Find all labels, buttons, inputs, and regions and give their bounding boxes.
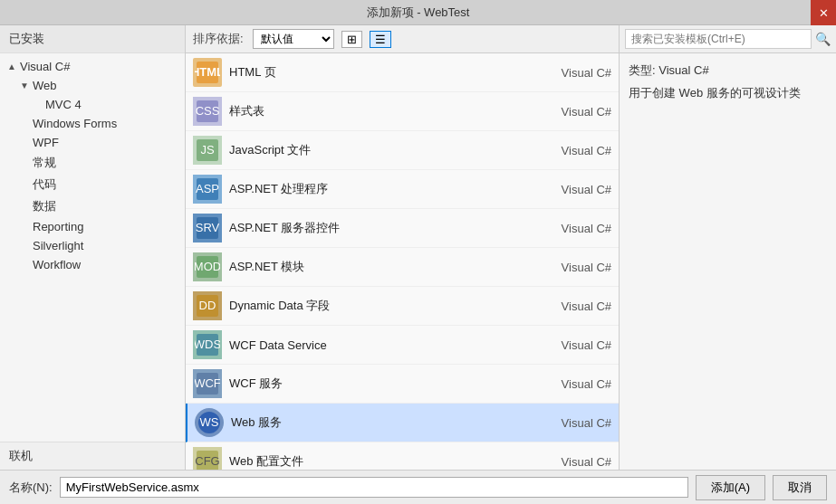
search-button[interactable]: 🔍 (815, 32, 831, 46)
item-category-dyndata: Visual C# (530, 300, 611, 313)
sort-label: 排序依据: (193, 31, 244, 47)
item-name-aspmodule: ASP.NET 模块 (229, 259, 530, 275)
tree-item-silverlight[interactable]: Silverlight (0, 236, 185, 255)
item-icon-html: HTML (193, 58, 222, 87)
close-icon: ✕ (819, 6, 829, 20)
list-item-wcf[interactable]: WCFWCF 服务Visual C# (186, 365, 619, 404)
left-panel: 已安装 ▲Visual C#▼WebMVC 4Windows FormsWPF常… (0, 25, 186, 470)
item-icon-wcfsvc: WDS (193, 330, 222, 359)
list-item-wcfsvc[interactable]: WDSWCF Data ServiceVisual C# (186, 326, 619, 365)
close-button[interactable]: ✕ (811, 0, 836, 25)
svg-text:JS: JS (200, 143, 215, 157)
item-icon-aspserver: SRV (193, 214, 222, 242)
bottom-bar: 名称(N): 添加(A) 取消 (0, 470, 836, 504)
tree-item-winforms[interactable]: Windows Forms (0, 114, 185, 133)
item-icon-wcf: WCF (193, 369, 222, 398)
svg-text:SRV: SRV (196, 221, 220, 234)
item-name-css: 样式表 (229, 103, 530, 119)
tree-label-reporting: Reporting (33, 220, 83, 233)
info-type: 类型: Visual C# (629, 62, 827, 79)
tree-label-code: 代码 (33, 176, 56, 193)
info-desc: 用于创建 Web 服务的可视设计类 (629, 84, 827, 102)
list-item-dyndata[interactable]: DDDynamic Data 字段Visual C# (186, 287, 619, 326)
item-icon-websvc: WS (195, 408, 224, 437)
tree-label-normal: 常规 (33, 155, 56, 171)
tree-label-workflow: Workflow (33, 258, 81, 271)
tree-item-workflow[interactable]: Workflow (0, 255, 185, 274)
search-bar: 🔍 (620, 25, 836, 53)
tree-label-mvc4: MVC 4 (45, 98, 82, 111)
tree-item-code[interactable]: 代码 (0, 174, 185, 195)
title-bar: 添加新项 - WebTest ✕ (0, 0, 836, 25)
svg-text:CFG: CFG (195, 454, 219, 468)
list-item-html[interactable]: HTMLHTML 页Visual C# (186, 53, 619, 92)
item-name-aspserver: ASP.NET 服务器控件 (229, 220, 530, 236)
list-view-button[interactable]: ☰ (370, 31, 391, 48)
item-category-wcf: Visual C# (530, 377, 611, 391)
search-input[interactable] (625, 29, 812, 49)
item-icon-aspmodule: MOD (193, 252, 222, 281)
add-button[interactable]: 添加(A) (696, 475, 765, 500)
tree-label-wpf: WPF (33, 136, 59, 149)
item-name-wcf: WCF 服务 (229, 376, 530, 392)
item-category-html: Visual C# (530, 66, 611, 80)
svg-text:WDS: WDS (195, 338, 220, 351)
tree-label-visual-csharp: Visual C# (20, 60, 70, 73)
tree-item-normal[interactable]: 常规 (0, 152, 185, 174)
item-category-asphandler: Visual C# (530, 183, 611, 196)
item-name-asphandler: ASP.NET 处理程序 (229, 181, 530, 197)
tree-item-wpf[interactable]: WPF (0, 133, 185, 152)
svg-text:WCF: WCF (195, 376, 220, 390)
list-item-js[interactable]: JSJavaScript 文件Visual C# (186, 131, 619, 170)
item-category-webcfg: Visual C# (530, 455, 611, 469)
item-icon-dyndata: DD (193, 291, 222, 320)
name-input[interactable] (60, 477, 688, 498)
tree-item-web[interactable]: ▼Web (0, 76, 185, 95)
cancel-button[interactable]: 取消 (773, 475, 827, 500)
list-item-asphandler[interactable]: ASPASP.NET 处理程序Visual C# (186, 170, 619, 209)
right-panel: 🔍 类型: Visual C# 用于创建 Web 服务的可视设计类 (619, 25, 836, 470)
tree-label-silverlight: Silverlight (33, 239, 83, 252)
tree-item-data[interactable]: 数据 (0, 195, 185, 217)
list-item-aspserver[interactable]: SRVASP.NET 服务器控件Visual C# (186, 209, 619, 248)
svg-text:CSS: CSS (196, 104, 220, 118)
main-content: 已安装 ▲Visual C#▼WebMVC 4Windows FormsWPF常… (0, 25, 836, 470)
svg-text:HTML: HTML (195, 65, 220, 79)
item-icon-webcfg: CFG (193, 447, 222, 470)
item-name-webcfg: Web 配置文件 (229, 453, 530, 470)
item-name-dyndata: Dynamic Data 字段 (229, 298, 530, 314)
items-list: HTMLHTML 页Visual C#CSS样式表Visual C#JSJava… (186, 53, 619, 470)
item-category-js: Visual C# (530, 144, 611, 157)
list-item-websvc[interactable]: WSWeb 服务Visual C# (186, 404, 619, 442)
tree-label-winforms: Windows Forms (33, 117, 117, 130)
item-category-wcfsvc: Visual C# (530, 338, 611, 352)
item-icon-js: JS (193, 136, 222, 165)
installed-header: 已安装 (0, 25, 185, 53)
svg-text:ASP: ASP (196, 182, 219, 195)
tree-area: ▲Visual C#▼WebMVC 4Windows FormsWPF常规代码数… (0, 53, 185, 442)
list-item-aspmodule[interactable]: MODASP.NET 模块Visual C# (186, 248, 619, 287)
item-category-css: Visual C# (530, 105, 611, 119)
tree-item-visual-csharp[interactable]: ▲Visual C# (0, 57, 185, 76)
middle-panel: 排序依据: 默认值名称类型 ⊞ ☰ HTMLHTML 页Visual C#CSS… (186, 25, 619, 470)
item-category-aspmodule: Visual C# (530, 261, 611, 274)
tree-item-mvc4[interactable]: MVC 4 (0, 95, 185, 114)
item-name-html: HTML 页 (229, 64, 530, 81)
item-name-websvc: Web 服务 (231, 414, 530, 431)
item-category-aspserver: Visual C# (530, 222, 611, 235)
svg-text:DD: DD (199, 299, 216, 312)
tree-label-data: 数据 (33, 198, 56, 214)
item-icon-css: CSS (193, 97, 222, 126)
tree-item-reporting[interactable]: Reporting (0, 217, 185, 236)
name-label: 名称(N): (9, 480, 53, 496)
grid-view-button[interactable]: ⊞ (341, 31, 362, 48)
svg-text:MOD: MOD (195, 260, 220, 273)
dialog-title: 添加新项 - WebTest (367, 5, 470, 21)
item-category-websvc: Visual C# (530, 416, 611, 430)
tree-label-web: Web (33, 79, 57, 92)
online-footer[interactable]: 联机 (0, 442, 185, 470)
sort-select[interactable]: 默认值名称类型 (253, 29, 334, 49)
info-area: 类型: Visual C# 用于创建 Web 服务的可视设计类 (620, 53, 836, 470)
list-item-webcfg[interactable]: CFGWeb 配置文件Visual C# (186, 442, 619, 470)
list-item-css[interactable]: CSS样式表Visual C# (186, 92, 619, 131)
